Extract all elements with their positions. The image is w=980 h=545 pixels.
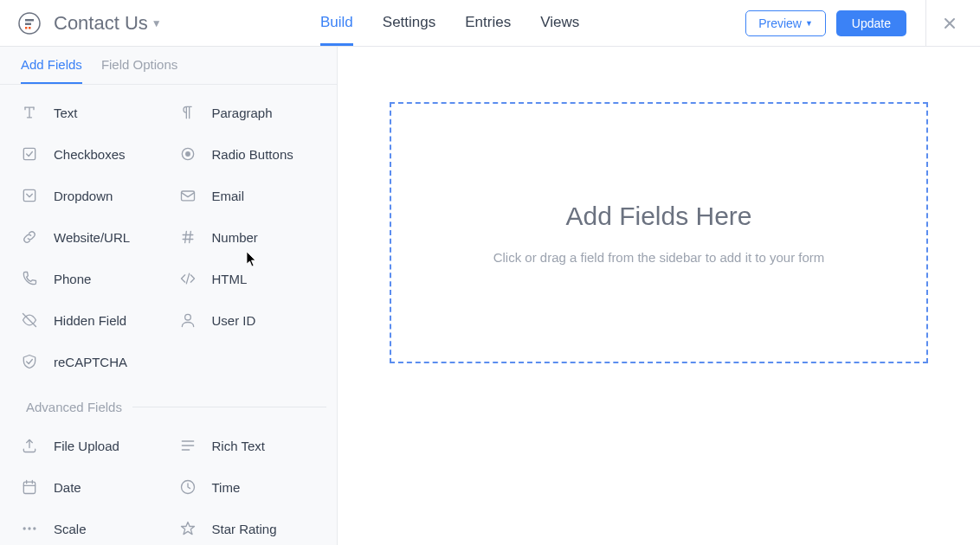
field-link[interactable]: Website/URL (10, 216, 169, 258)
field-label: reCAPTCHA (54, 355, 127, 369)
code-icon (177, 268, 198, 289)
field-dropdown[interactable]: Dropdown (10, 175, 169, 216)
richtext-icon (177, 435, 198, 456)
field-text[interactable]: Text (10, 92, 169, 133)
field-label: Time (212, 480, 241, 495)
field-label: Star Rating (212, 522, 277, 536)
app-header: Contact Us ▼ Build Settings Entries View… (0, 0, 980, 47)
svg-rect-11 (23, 482, 35, 493)
dropzone[interactable]: Add Fields Here Click or drag a field fr… (390, 102, 928, 363)
fields-sidebar: Add Fields Field Options TextParagraphCh… (0, 47, 338, 545)
field-hash[interactable]: Number (169, 216, 327, 258)
svg-point-7 (185, 151, 190, 157)
caret-down-icon: ▼ (805, 19, 813, 28)
tab-settings[interactable]: Settings (383, 1, 435, 46)
svg-rect-8 (23, 189, 35, 201)
user-icon (177, 310, 198, 330)
field-label: Checkboxes (54, 147, 126, 162)
hash-icon (177, 227, 198, 247)
svg-point-13 (23, 527, 26, 529)
field-label: Date (54, 480, 81, 495)
update-button[interactable]: Update (836, 10, 906, 36)
sidebar-tab-field-options[interactable]: Field Options (101, 57, 177, 84)
nav-tabs: Build Settings Entries Views (320, 1, 579, 46)
link-icon (19, 227, 40, 247)
tab-build[interactable]: Build (320, 1, 353, 46)
field-shield[interactable]: reCAPTCHA (10, 341, 169, 382)
close-button[interactable] (942, 16, 963, 31)
svg-point-14 (28, 527, 30, 529)
form-canvas: Add Fields Here Click or drag a field fr… (338, 47, 980, 545)
paragraph-icon (177, 102, 198, 123)
close-icon (942, 16, 957, 31)
field-code[interactable]: HTML (169, 258, 327, 299)
field-label: User ID (212, 313, 256, 328)
field-paragraph[interactable]: Paragraph (169, 92, 327, 133)
field-label: Paragraph (212, 106, 273, 120)
hidden-icon (19, 310, 40, 330)
svg-rect-9 (181, 191, 194, 201)
shield-icon (19, 351, 40, 372)
dropzone-hint: Click or drag a field from the sidebar t… (493, 250, 825, 265)
field-upload[interactable]: File Upload (10, 425, 169, 466)
field-label: Rich Text (212, 439, 265, 453)
field-radio[interactable]: Radio Buttons (169, 133, 327, 175)
app-logo (17, 11, 42, 35)
field-label: Hidden Field (54, 313, 126, 328)
tab-entries[interactable]: Entries (465, 1, 511, 46)
field-star[interactable]: Star Rating (169, 508, 327, 545)
field-checkbox[interactable]: Checkboxes (10, 133, 169, 175)
field-hidden[interactable]: Hidden Field (10, 299, 169, 341)
field-user[interactable]: User ID (169, 299, 327, 341)
dropdown-icon (19, 185, 40, 206)
email-icon (177, 185, 198, 206)
logo-icon (18, 12, 41, 35)
form-title-text: Contact Us (54, 12, 148, 35)
svg-rect-2 (25, 22, 31, 25)
field-label: Website/URL (54, 230, 130, 245)
field-scale[interactable]: Scale (10, 508, 169, 545)
dropzone-title: Add Fields Here (565, 202, 751, 231)
field-time[interactable]: Time (169, 466, 327, 508)
field-label: HTML (212, 272, 248, 286)
svg-rect-4 (29, 27, 31, 29)
field-label: Number (212, 230, 258, 245)
svg-point-15 (33, 527, 35, 529)
form-title-selector[interactable]: Contact Us ▼ (54, 12, 162, 35)
field-label: File Upload (54, 439, 119, 453)
sidebar-tabs: Add Fields Field Options (0, 47, 337, 85)
field-email[interactable]: Email (169, 175, 327, 216)
svg-rect-5 (23, 148, 35, 159)
advanced-fields-label: Advanced Fields (26, 400, 122, 414)
field-label: Radio Buttons (212, 147, 293, 162)
field-richtext[interactable]: Rich Text (169, 425, 327, 466)
scale-icon (19, 518, 40, 539)
radio-icon (177, 144, 198, 164)
text-icon (19, 102, 40, 123)
svg-rect-3 (25, 27, 28, 29)
svg-rect-1 (25, 19, 34, 22)
field-date[interactable]: Date (10, 466, 169, 508)
field-phone[interactable]: Phone (10, 258, 169, 299)
sidebar-tab-add-fields[interactable]: Add Fields (21, 57, 82, 84)
field-label: Text (54, 106, 78, 120)
field-label: Phone (54, 272, 91, 286)
preview-button[interactable]: Preview ▼ (745, 10, 826, 36)
preview-label: Preview (758, 16, 802, 30)
checkbox-icon (19, 144, 40, 164)
chevron-down-icon: ▼ (152, 17, 162, 29)
svg-point-10 (184, 314, 190, 320)
star-icon (177, 518, 198, 539)
vertical-divider (925, 0, 926, 47)
upload-icon (19, 435, 40, 456)
phone-icon (19, 268, 40, 289)
basic-fields-grid: TextParagraphCheckboxesRadio ButtonsDrop… (0, 85, 337, 389)
advanced-fields-grid: File UploadRich TextDateTimeScaleStar Ra… (0, 418, 337, 545)
field-label: Dropdown (54, 189, 113, 203)
advanced-fields-header: Advanced Fields (0, 389, 337, 418)
field-label: Email (212, 189, 245, 203)
time-icon (177, 477, 198, 497)
field-label: Scale (54, 522, 87, 536)
tab-views[interactable]: Views (540, 1, 579, 46)
date-icon (19, 477, 40, 497)
